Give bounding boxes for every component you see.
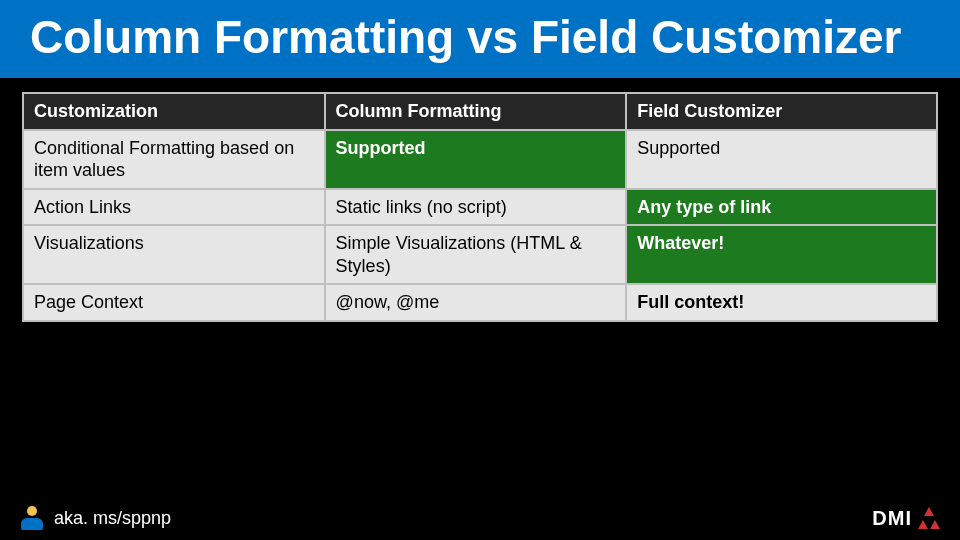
table-row: Action Links Static links (no script) An…: [23, 189, 937, 226]
table-row: Conditional Formatting based on item val…: [23, 130, 937, 189]
footer: aka. ms/sppnp DMI: [0, 496, 960, 540]
cell-col2: Full context!: [626, 284, 937, 321]
dmi-logo-text: DMI: [872, 507, 912, 530]
cell-col1: @now, @me: [325, 284, 627, 321]
table-header-row: Customization Column Formatting Field Cu…: [23, 93, 937, 130]
cell-label: Action Links: [23, 189, 325, 226]
footer-right: DMI: [872, 507, 940, 530]
cell-col1: Simple Visualizations (HTML & Styles): [325, 225, 627, 284]
header-column-formatting: Column Formatting: [325, 93, 627, 130]
table-row: Visualizations Simple Visualizations (HT…: [23, 225, 937, 284]
content-area: Customization Column Formatting Field Cu…: [0, 78, 960, 336]
title-bar: Column Formatting vs Field Customizer: [0, 0, 960, 78]
cell-col2: Any type of link: [626, 189, 937, 226]
header-customization: Customization: [23, 93, 325, 130]
cell-col1: Static links (no script): [325, 189, 627, 226]
cell-col2: Supported: [626, 130, 937, 189]
header-field-customizer: Field Customizer: [626, 93, 937, 130]
comparison-table: Customization Column Formatting Field Cu…: [22, 92, 938, 322]
table-row: Page Context @now, @me Full context!: [23, 284, 937, 321]
cell-col1: Supported: [325, 130, 627, 189]
footer-link: aka. ms/sppnp: [54, 508, 171, 529]
avatar-icon: [20, 506, 44, 530]
cell-label: Visualizations: [23, 225, 325, 284]
cell-label: Page Context: [23, 284, 325, 321]
cell-label: Conditional Formatting based on item val…: [23, 130, 325, 189]
slide-title: Column Formatting vs Field Customizer: [30, 10, 930, 64]
dmi-logo-icon: [918, 507, 940, 529]
footer-left: aka. ms/sppnp: [20, 506, 171, 530]
cell-col2: Whatever!: [626, 225, 937, 284]
